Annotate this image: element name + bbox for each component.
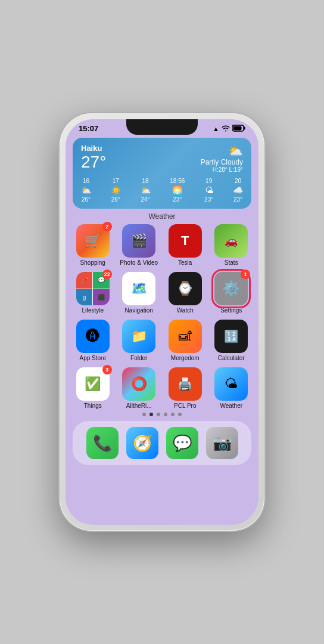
app-weather[interactable]: 🌤 Weather (211, 367, 252, 409)
app-tesla[interactable]: T Tesla (165, 224, 205, 266)
app-mergedom[interactable]: 🛋 Mergedom (165, 320, 205, 361)
pcl-icon: 🖨️ (177, 377, 192, 391)
svg-rect-2 (233, 126, 242, 130)
app-watch[interactable]: ⌚ Watch (165, 272, 205, 314)
weather-condition: Partly Cloudy (201, 158, 243, 166)
phone-icon: 📞 (93, 434, 112, 453)
app-pcl-pro[interactable]: 🖨️ PCL Pro (165, 367, 205, 409)
dot-1 (142, 413, 146, 416)
app-shopping[interactable]: 2 🛒 Shopping (73, 224, 113, 266)
lifestyle-badge: 22 (102, 270, 112, 279)
app-label-shopping: Shopping (80, 259, 105, 266)
notch (126, 119, 198, 135)
dot-4 (164, 413, 167, 416)
app-calculator[interactable]: 🔢 Calculator (211, 320, 252, 361)
app-label-folder: Folder (130, 355, 147, 361)
status-time: 15:07 (79, 124, 98, 133)
shopping-badge: 2 (102, 222, 112, 231)
status-icons: ▲ (213, 125, 245, 133)
weather-temp: 27° (81, 153, 106, 172)
calculator-icon: 🔢 (224, 329, 239, 343)
shopping-icon: 🛒 (85, 233, 101, 249)
app-settings[interactable]: 1 ⚙️ Settings (211, 272, 252, 314)
things-icon: ✅ (85, 376, 101, 392)
photo-video-icon: 🎬 (131, 233, 147, 249)
safari-icon: 🧭 (133, 434, 152, 453)
signal-icon: ▲ (213, 125, 219, 132)
navigation-icon: 🗺️ (131, 281, 147, 296)
mergedom-icon: 🛋 (179, 329, 192, 344)
weather-high-low: H:28° L:19° (201, 166, 243, 173)
app-folder[interactable]: 📁 Folder (119, 320, 160, 361)
dock-safari[interactable]: 🧭 (126, 427, 158, 459)
app-label-mergedom: Mergedom (171, 355, 200, 361)
app-label-things: Things (84, 402, 102, 409)
folder-icon: 📁 (131, 329, 147, 344)
app-label-calculator: Calculator (218, 355, 245, 361)
things-badge: 3 (102, 365, 112, 374)
page-dots (66, 413, 258, 416)
app-store-icon: 🅐 (86, 328, 100, 345)
weather-app-icon: 🌤 (225, 376, 238, 392)
weather-widget[interactable]: Haiku 27° ⛅ Partly Cloudy H:28° L:19° 16… (73, 138, 251, 209)
app-label-alltheri: AlltheRi... (126, 402, 152, 409)
wifi-icon (222, 125, 230, 133)
battery-icon (232, 125, 245, 133)
watch-icon: ⌚ (177, 281, 193, 296)
weather-widget-label: Weather (66, 212, 258, 221)
app-grid-row1: 2 🛒 Shopping 🎬 Photo & Video T Tesla (66, 224, 258, 409)
stats-icon: 🚗 (225, 234, 238, 247)
app-navigation[interactable]: 🗺️ Navigation (119, 272, 160, 314)
phone-screen: 15:07 ▲ Haiku 27° ⛅ Partly Clo (66, 119, 258, 525)
dot-6 (178, 413, 182, 416)
dot-2 (149, 413, 153, 416)
app-label-photo-video: Photo & Video (120, 259, 158, 266)
app-label-lifestyle: Lifestyle (82, 307, 104, 314)
svg-rect-1 (244, 126, 245, 129)
app-alltheri[interactable]: ⭕ AlltheRi... (119, 367, 160, 409)
app-label-tesla: Tesla (178, 259, 192, 266)
settings-icon: ⚙️ (222, 280, 240, 297)
app-label-weather: Weather (220, 402, 242, 409)
weather-city: Haiku (81, 144, 106, 153)
app-lifestyle[interactable]: 22 📌 💬 g ⬛ Lifestyle (73, 272, 113, 314)
app-stats[interactable]: 🚗 Stats (211, 224, 252, 266)
app-label-pcl-pro: PCL Pro (174, 402, 196, 409)
dock: 📞 🧭 💬 📷 (73, 421, 251, 465)
dock-phone[interactable]: 📞 (86, 427, 119, 459)
app-label-settings: Settings (220, 307, 242, 314)
phone-frame: 15:07 ▲ Haiku 27° ⛅ Partly Clo (60, 113, 264, 531)
dock-messages[interactable]: 💬 (166, 427, 198, 459)
alltheri-icon: ⭕ (131, 376, 147, 392)
tesla-icon: T (181, 233, 189, 249)
app-label-navigation: Navigation (125, 307, 153, 314)
dot-3 (157, 413, 160, 416)
app-things[interactable]: 3 ✅ Things (73, 367, 113, 409)
camera-icon: 📷 (213, 434, 232, 453)
app-app-store[interactable]: 🅐 App Store (73, 320, 113, 361)
app-label-app-store: App Store (80, 355, 106, 361)
app-label-stats: Stats (225, 259, 238, 266)
messages-icon: 💬 (173, 434, 192, 453)
dock-camera[interactable]: 📷 (206, 427, 238, 459)
app-label-watch: Watch (177, 307, 194, 314)
settings-badge: 1 (241, 270, 250, 279)
dot-5 (171, 413, 175, 416)
app-photo-video[interactable]: 🎬 Photo & Video (119, 224, 160, 266)
weather-forecast: 16⛅26° 17☀️26° 18⛅24° 18:56🌅23° 19🌤23° 2… (81, 178, 243, 203)
